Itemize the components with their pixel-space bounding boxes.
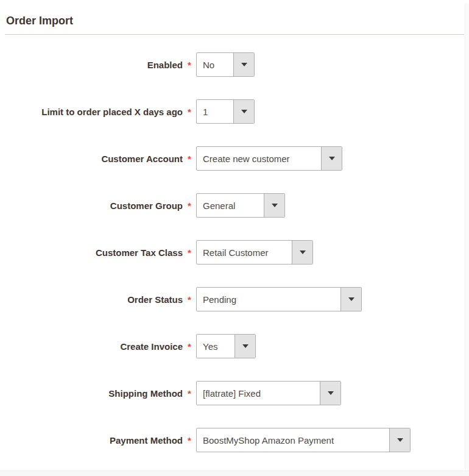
enabled-select[interactable]: No (196, 52, 255, 77)
shipping-method-select-value: [flatrate] Fixed (197, 382, 320, 405)
customer-group-select-value: General (197, 194, 264, 217)
customer-account-select[interactable]: Create new customer (196, 146, 342, 171)
scrollbar-track[interactable] (465, 4, 469, 471)
form-row-limit-days: Limit to order placed X days ago * 1 (0, 99, 469, 124)
required-asterisk: * (183, 107, 196, 117)
form-row-payment-method: Payment Method * BoostMyShop Amazon Paym… (0, 428, 469, 452)
chevron-down-icon (292, 241, 312, 264)
section-title: Order Import (0, 0, 469, 34)
customer-group-select[interactable]: General (196, 193, 285, 218)
page-bottom-strip (0, 471, 469, 476)
chevron-down-icon (321, 147, 342, 170)
chevron-down-icon (340, 288, 361, 311)
payment-method-select[interactable]: BoostMyShop Amazon Payment (196, 428, 411, 452)
customer-tax-class-select-value: Retail Customer (197, 241, 292, 264)
customer-tax-class-select[interactable]: Retail Customer (196, 240, 313, 265)
create-invoice-select-value: Yes (197, 335, 234, 358)
required-asterisk: * (183, 435, 196, 446)
form-row-customer-account: Customer Account * Create new customer (0, 146, 469, 171)
chevron-down-icon (389, 428, 410, 452)
customer-account-label: Customer Account (0, 154, 183, 164)
chevron-down-icon (234, 335, 255, 358)
limit-days-select[interactable]: 1 (196, 99, 255, 124)
form-row-customer-tax-class: Customer Tax Class * Retail Customer (0, 240, 469, 265)
form-row-enabled: Enabled * No (0, 52, 469, 77)
create-invoice-select[interactable]: Yes (196, 334, 256, 358)
form-row-shipping-method: Shipping Method * [flatrate] Fixed (0, 381, 469, 405)
required-asterisk: * (183, 247, 196, 258)
required-asterisk: * (183, 294, 196, 305)
order-status-label: Order Status (0, 294, 183, 305)
limit-days-select-value: 1 (197, 100, 233, 123)
enabled-select-value: No (197, 53, 233, 76)
customer-group-label: Customer Group (0, 201, 183, 211)
customer-account-select-value: Create new customer (197, 147, 321, 170)
enabled-label: Enabled (0, 60, 183, 70)
customer-tax-class-label: Customer Tax Class (0, 247, 183, 258)
required-asterisk: * (183, 388, 196, 399)
payment-method-label: Payment Method (0, 435, 183, 446)
chevron-down-icon (233, 53, 254, 76)
chevron-down-icon (264, 194, 284, 217)
required-asterisk: * (183, 60, 196, 70)
order-status-select-value: Pending (197, 288, 340, 311)
order-import-settings-panel: Order Import Enabled * No Limit to order… (0, 0, 469, 476)
order-import-form: Enabled * No Limit to order placed X day… (0, 35, 469, 452)
form-row-customer-group: Customer Group * General (0, 193, 469, 218)
shipping-method-label: Shipping Method (0, 388, 183, 399)
payment-method-select-value: BoostMyShop Amazon Payment (197, 428, 389, 452)
shipping-method-select[interactable]: [flatrate] Fixed (196, 381, 341, 405)
limit-days-label: Limit to order placed X days ago (0, 107, 183, 117)
form-row-order-status: Order Status * Pending (0, 287, 469, 311)
required-asterisk: * (183, 201, 196, 211)
required-asterisk: * (183, 341, 196, 352)
form-row-create-invoice: Create Invoice * Yes (0, 334, 469, 358)
chevron-down-icon (320, 382, 340, 405)
create-invoice-label: Create Invoice (0, 341, 183, 352)
required-asterisk: * (183, 154, 196, 164)
order-status-select[interactable]: Pending (196, 287, 362, 311)
chevron-down-icon (233, 100, 254, 123)
